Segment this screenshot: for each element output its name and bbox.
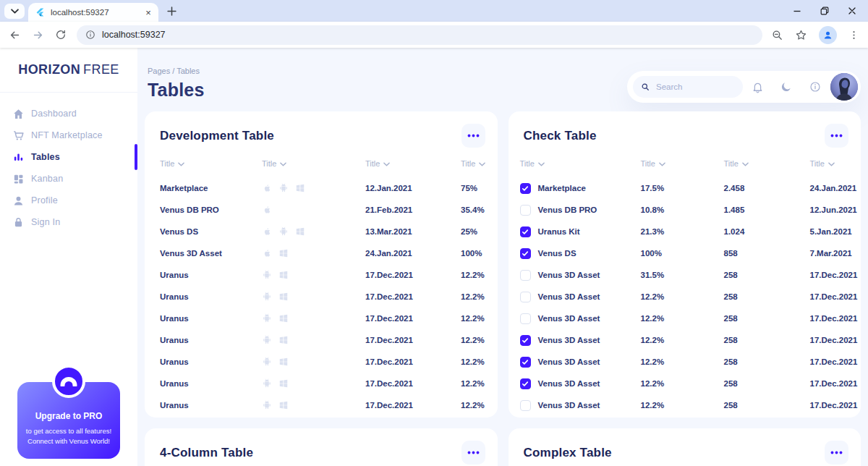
windows-icon bbox=[278, 378, 289, 389]
forward-button[interactable] bbox=[32, 29, 44, 41]
sidebar-item-label: NFT Marketplace bbox=[31, 130, 103, 140]
avatar[interactable] bbox=[830, 73, 858, 101]
back-button[interactable] bbox=[9, 29, 21, 41]
omnibox[interactable]: localhost:59327 bbox=[77, 25, 762, 45]
row-checkbox[interactable] bbox=[520, 335, 531, 346]
table-row: Uranus17.Dec.202112.2% bbox=[145, 286, 498, 308]
check-table-card: Check Table TitleTitleTitleTitle Marketp… bbox=[509, 111, 861, 418]
new-tab-button[interactable] bbox=[167, 7, 176, 16]
sidebar-item-profile[interactable]: Profile bbox=[0, 190, 137, 211]
development-table-card: Development Table TitleTitleTitleTitle M… bbox=[145, 111, 498, 418]
row-progress: 100% bbox=[641, 249, 724, 258]
tab-close-icon[interactable]: × bbox=[142, 7, 154, 18]
breadcrumb[interactable]: Pages / Tables bbox=[148, 67, 205, 75]
row-name: Venus 3D Asset bbox=[538, 271, 600, 279]
card-menu-button[interactable] bbox=[825, 441, 848, 465]
card-title: Complex Table bbox=[524, 446, 612, 460]
row-name: Uranus bbox=[160, 314, 262, 323]
browser-toolbar: localhost:59327 bbox=[0, 22, 868, 48]
card-menu-button[interactable] bbox=[825, 124, 848, 148]
column-header[interactable]: Title bbox=[641, 159, 724, 168]
sort-chevron-icon bbox=[178, 161, 184, 166]
row-progress: 12.2% bbox=[641, 292, 724, 301]
android-icon bbox=[262, 378, 272, 389]
row-checkbox[interactable] bbox=[520, 357, 531, 368]
column-header[interactable]: Title bbox=[520, 159, 641, 168]
row-progress: 75% bbox=[461, 184, 492, 192]
card-menu-button[interactable] bbox=[461, 124, 485, 148]
row-date: 24.Jan.2021 bbox=[365, 249, 461, 258]
search-icon bbox=[641, 82, 650, 91]
windows-icon bbox=[278, 357, 289, 367]
sidebar-item-tables[interactable]: Tables bbox=[0, 146, 137, 168]
row-quantity: 258 bbox=[724, 336, 810, 344]
row-quantity: 1.024 bbox=[724, 227, 810, 236]
sort-chevron-icon bbox=[383, 161, 390, 166]
row-progress: 12.2% bbox=[641, 401, 724, 410]
sidebar-item-nft-marketplace[interactable]: NFT Marketplace bbox=[0, 124, 137, 146]
upgrade-pro-card[interactable]: Upgrade to PRO to get access to all feat… bbox=[17, 382, 120, 459]
minimize-button[interactable] bbox=[793, 7, 801, 15]
table-row: Venus 3D Asset12.2%25817.Dec.2021 bbox=[509, 308, 861, 329]
notifications-bell-icon[interactable] bbox=[743, 81, 772, 93]
sidebar-item-dashboard[interactable]: Dashboard bbox=[0, 103, 137, 124]
browser-tab[interactable]: localhost:59327 × bbox=[28, 3, 158, 22]
row-checkbox[interactable] bbox=[520, 248, 531, 259]
maximize-button[interactable] bbox=[820, 7, 829, 15]
table-row: Venus 3D Asset12.2%25817.Dec.2021 bbox=[509, 329, 861, 351]
column-header[interactable]: Title bbox=[365, 159, 461, 168]
dark-mode-moon-icon[interactable] bbox=[772, 81, 801, 93]
row-checkbox[interactable] bbox=[520, 378, 531, 389]
row-tech bbox=[262, 335, 365, 345]
row-tech bbox=[262, 378, 365, 389]
column-header[interactable]: Title bbox=[262, 159, 365, 168]
row-checkbox[interactable] bbox=[520, 400, 531, 411]
zoom-icon[interactable] bbox=[771, 29, 783, 41]
row-name: Venus DB PRO bbox=[538, 206, 597, 214]
column-header[interactable]: Title bbox=[724, 159, 810, 168]
search-input[interactable] bbox=[655, 82, 735, 92]
search-box[interactable] bbox=[633, 76, 743, 98]
row-name: Venus 3D Asset bbox=[538, 379, 600, 388]
column-header[interactable]: Title bbox=[160, 159, 262, 168]
row-checkbox[interactable] bbox=[520, 183, 531, 194]
row-name: Marketplace bbox=[538, 184, 586, 192]
kanban-icon bbox=[12, 173, 25, 185]
row-quantity: 2.458 bbox=[724, 184, 810, 192]
row-checkbox[interactable] bbox=[520, 270, 531, 281]
row-checkbox[interactable] bbox=[520, 226, 531, 237]
info-icon[interactable] bbox=[801, 81, 830, 93]
sidebar-item-kanban[interactable]: Kanban bbox=[0, 168, 137, 190]
sidebar-item-label: Profile bbox=[31, 195, 58, 206]
row-progress: 12.2% bbox=[461, 292, 492, 301]
chrome-profile-button[interactable] bbox=[819, 26, 837, 44]
site-info-icon[interactable] bbox=[85, 30, 95, 40]
app-logo: HORIZON FREE bbox=[0, 48, 137, 93]
row-checkbox[interactable] bbox=[520, 313, 531, 324]
windows-icon bbox=[278, 335, 289, 345]
window-controls bbox=[793, 7, 868, 15]
close-button[interactable] bbox=[848, 7, 856, 15]
row-tech bbox=[262, 313, 365, 323]
bookmark-star-icon[interactable] bbox=[795, 29, 807, 41]
column-header[interactable]: Title bbox=[461, 159, 492, 168]
card-menu-button[interactable] bbox=[461, 441, 485, 465]
row-checkbox[interactable] bbox=[520, 205, 531, 216]
tab-search-button[interactable] bbox=[4, 4, 25, 19]
reload-button[interactable] bbox=[55, 29, 67, 41]
row-progress: 12.2% bbox=[461, 336, 492, 344]
table-row: Venus DS100%8587.Mar.2021 bbox=[509, 242, 861, 264]
chrome-menu-icon[interactable] bbox=[848, 30, 859, 41]
table-row: Uranus Kit21.3%1.0245.Jan.2021 bbox=[509, 221, 861, 242]
table-row: Venus 3D Asset12.2%25817.Dec.2021 bbox=[509, 351, 861, 373]
row-progress: 12.2% bbox=[641, 357, 724, 366]
row-checkbox[interactable] bbox=[520, 292, 531, 302]
row-tech bbox=[262, 357, 365, 367]
sidebar: HORIZON FREE DashboardNFT MarketplaceTab… bbox=[0, 48, 137, 466]
column-header[interactable]: Title bbox=[810, 159, 857, 168]
row-tech bbox=[262, 292, 365, 302]
windows-icon bbox=[278, 292, 289, 302]
row-quantity: 258 bbox=[724, 379, 810, 388]
sidebar-item-sign-in[interactable]: Sign In bbox=[0, 211, 137, 233]
row-name: Uranus bbox=[160, 357, 262, 366]
